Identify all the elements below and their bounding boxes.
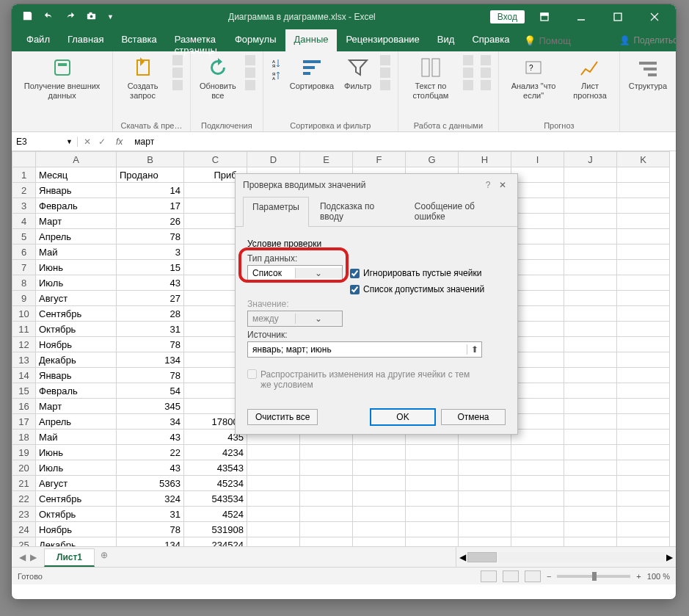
cancel-formula-icon[interactable]: ✕ bbox=[84, 137, 91, 147]
cell[interactable] bbox=[247, 507, 300, 522]
cell[interactable] bbox=[511, 337, 564, 352]
cell[interactable] bbox=[564, 445, 617, 460]
cell[interactable] bbox=[353, 507, 406, 522]
cell[interactable] bbox=[617, 352, 670, 368]
cell[interactable] bbox=[564, 167, 617, 183]
enter-formula-icon[interactable]: ✓ bbox=[98, 137, 106, 147]
consolidate-button[interactable] bbox=[479, 54, 492, 66]
row-header[interactable]: 1 bbox=[12, 167, 36, 183]
cancel-button[interactable]: Отмена bbox=[441, 409, 506, 425]
scroll-thumb[interactable] bbox=[467, 552, 497, 562]
column-header[interactable]: E bbox=[300, 152, 353, 167]
cell[interactable] bbox=[353, 537, 406, 547]
cell[interactable]: 4234 bbox=[184, 445, 247, 460]
sort-button[interactable]: Сортировка bbox=[287, 54, 337, 93]
cell[interactable]: Июль bbox=[36, 460, 117, 476]
cell[interactable]: Август bbox=[36, 291, 117, 306]
dialog-close-button[interactable]: ✕ bbox=[495, 180, 510, 190]
page-break-view-button[interactable] bbox=[525, 570, 541, 582]
minimize-button[interactable] bbox=[564, 4, 598, 29]
row-header[interactable]: 5 bbox=[12, 229, 36, 244]
cell[interactable]: Август bbox=[36, 476, 117, 491]
cell[interactable] bbox=[406, 522, 459, 537]
cell[interactable] bbox=[300, 476, 353, 491]
cell[interactable]: 531908 bbox=[184, 522, 247, 537]
filter-button[interactable]: Фильтр bbox=[341, 54, 374, 93]
cell[interactable] bbox=[247, 476, 300, 491]
cell[interactable]: 15 bbox=[117, 260, 184, 275]
in-cell-dropdown-checkbox[interactable]: Список допустимых значений bbox=[350, 284, 484, 294]
cell[interactable] bbox=[511, 507, 564, 522]
cell[interactable] bbox=[564, 368, 617, 383]
redo-icon[interactable] bbox=[65, 10, 76, 23]
cell[interactable] bbox=[511, 522, 564, 537]
cell[interactable]: Январь bbox=[36, 368, 117, 383]
camera-icon[interactable] bbox=[86, 10, 97, 23]
cell[interactable] bbox=[564, 430, 617, 445]
tab-pagelayout[interactable]: Разметка страницы bbox=[166, 29, 226, 51]
cell[interactable]: 31 bbox=[117, 322, 184, 337]
cell[interactable] bbox=[300, 445, 353, 460]
cell[interactable] bbox=[617, 491, 670, 507]
tell-me-input[interactable] bbox=[539, 35, 605, 46]
cell[interactable] bbox=[617, 414, 670, 430]
cell[interactable]: Май bbox=[36, 244, 117, 260]
name-box[interactable]: E3▼ bbox=[12, 137, 78, 147]
cell[interactable] bbox=[617, 244, 670, 260]
cell[interactable] bbox=[564, 291, 617, 306]
ignore-blank-checkbox[interactable]: Игнорировать пустые ячейки bbox=[350, 268, 481, 278]
cell[interactable] bbox=[511, 476, 564, 491]
cell[interactable]: 234524 bbox=[184, 537, 247, 547]
cell[interactable]: Март bbox=[36, 399, 117, 414]
cell[interactable] bbox=[511, 414, 564, 430]
cell[interactable] bbox=[564, 522, 617, 537]
cell[interactable] bbox=[459, 491, 511, 507]
cell[interactable] bbox=[564, 183, 617, 198]
cell[interactable] bbox=[511, 460, 564, 476]
cell[interactable]: 43 bbox=[117, 430, 184, 445]
cell[interactable]: 78 bbox=[117, 522, 184, 537]
cell[interactable] bbox=[564, 399, 617, 414]
cell[interactable]: 134 bbox=[117, 352, 184, 368]
cell[interactable]: 4524 bbox=[184, 507, 247, 522]
column-header[interactable]: H bbox=[459, 152, 511, 167]
allow-combo[interactable]: Список⌄ bbox=[247, 265, 343, 281]
cell[interactable]: Продано bbox=[117, 167, 184, 183]
cell[interactable]: 324 bbox=[117, 491, 184, 507]
row-header[interactable]: 9 bbox=[12, 291, 36, 306]
zoom-slider[interactable] bbox=[557, 575, 630, 578]
data-validation-button[interactable] bbox=[462, 79, 475, 91]
cell[interactable] bbox=[247, 537, 300, 547]
cell[interactable]: Октябрь bbox=[36, 507, 117, 522]
cell[interactable]: Октябрь bbox=[36, 322, 117, 337]
cell[interactable] bbox=[617, 368, 670, 383]
cell[interactable]: Ноябрь bbox=[36, 337, 117, 352]
edit-links-button[interactable] bbox=[244, 79, 257, 91]
connections-button[interactable] bbox=[244, 54, 257, 66]
close-button[interactable] bbox=[638, 4, 671, 29]
cell[interactable] bbox=[459, 460, 511, 476]
cell[interactable] bbox=[617, 260, 670, 275]
clear-filter-button[interactable] bbox=[379, 54, 392, 66]
cell[interactable] bbox=[511, 291, 564, 306]
cell[interactable] bbox=[511, 306, 564, 322]
cell[interactable] bbox=[247, 445, 300, 460]
cell[interactable] bbox=[300, 522, 353, 537]
cell[interactable] bbox=[617, 167, 670, 183]
column-header[interactable]: I bbox=[511, 152, 564, 167]
row-header[interactable]: 18 bbox=[12, 430, 36, 445]
cell[interactable] bbox=[564, 244, 617, 260]
cell[interactable] bbox=[353, 445, 406, 460]
cell[interactable] bbox=[511, 368, 564, 383]
cell[interactable] bbox=[511, 352, 564, 368]
outline-button[interactable]: Структура bbox=[626, 54, 670, 93]
cell[interactable]: Сентябрь bbox=[36, 491, 117, 507]
cell[interactable] bbox=[300, 491, 353, 507]
cell[interactable]: Сентябрь bbox=[36, 306, 117, 322]
cell[interactable]: Апрель bbox=[36, 229, 117, 244]
page-layout-view-button[interactable] bbox=[503, 570, 519, 582]
cell[interactable]: Декабрь bbox=[36, 352, 117, 368]
cell[interactable] bbox=[564, 322, 617, 337]
cell[interactable] bbox=[617, 507, 670, 522]
zoom-out-button[interactable]: − bbox=[547, 572, 551, 581]
